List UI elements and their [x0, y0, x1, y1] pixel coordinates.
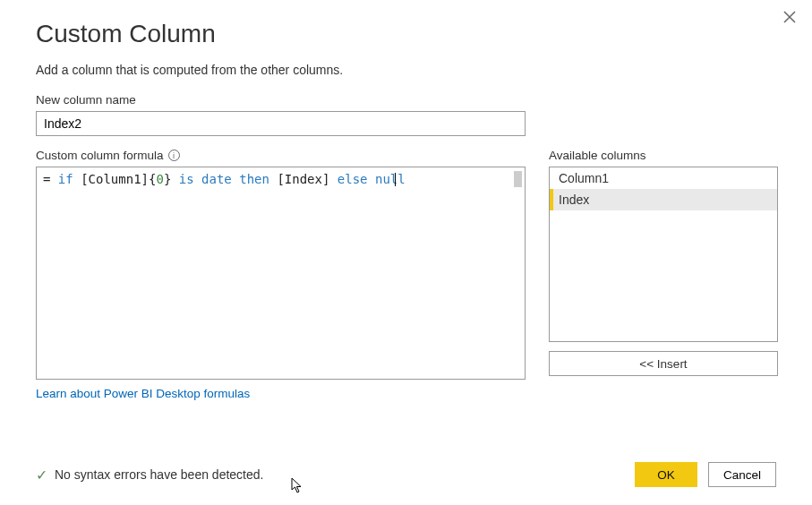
dialog-footer: ✓ No syntax errors have been detected. O… — [36, 462, 776, 487]
custom-column-dialog: Custom Column Add a column that is compu… — [0, 0, 812, 419]
tok-if: if — [58, 172, 73, 186]
scrollbar-thumb[interactable] — [514, 171, 522, 187]
formula-label: Custom column formula i — [36, 149, 526, 162]
tok-then: then — [239, 172, 269, 186]
available-columns-label: Available columns — [549, 149, 778, 162]
list-item[interactable]: Index — [550, 189, 777, 210]
insert-button[interactable]: << Insert — [549, 351, 778, 376]
dialog-subtitle: Add a column that is computed from the o… — [36, 63, 776, 77]
tok-is: is — [179, 172, 194, 186]
text-caret — [395, 173, 396, 186]
button-row: OK Cancel — [635, 462, 776, 487]
ok-button[interactable]: OK — [635, 462, 697, 487]
status-row: ✓ No syntax errors have been detected. — [36, 466, 263, 484]
info-icon[interactable]: i — [168, 150, 180, 161]
learn-link[interactable]: Learn about Power BI Desktop formulas — [36, 387, 250, 400]
formula-label-text: Custom column formula — [36, 149, 164, 162]
mouse-cursor-icon — [291, 477, 303, 497]
formula-editor[interactable]: = if [Column1]{0} is date then [Index] e… — [36, 167, 526, 380]
close-icon[interactable] — [783, 9, 796, 28]
tok-zero: 0 — [156, 172, 163, 186]
status-text: No syntax errors have been detected. — [55, 467, 263, 482]
tok-column1: [Column1] — [81, 172, 149, 186]
tok-else: else — [338, 172, 368, 186]
available-columns-list[interactable]: Column1 Index — [549, 167, 778, 342]
dialog-title: Custom Column — [36, 20, 776, 48]
tok-date: date — [201, 172, 232, 186]
tok-null-part2: l — [397, 172, 405, 186]
cancel-button[interactable]: Cancel — [708, 462, 776, 487]
tok-index: [Index] — [277, 172, 329, 186]
column-name-input[interactable] — [36, 111, 526, 136]
formula-prefix: = — [43, 172, 58, 186]
name-label: New column name — [36, 93, 776, 107]
list-item[interactable]: Column1 — [550, 167, 777, 189]
check-icon: ✓ — [36, 466, 47, 484]
